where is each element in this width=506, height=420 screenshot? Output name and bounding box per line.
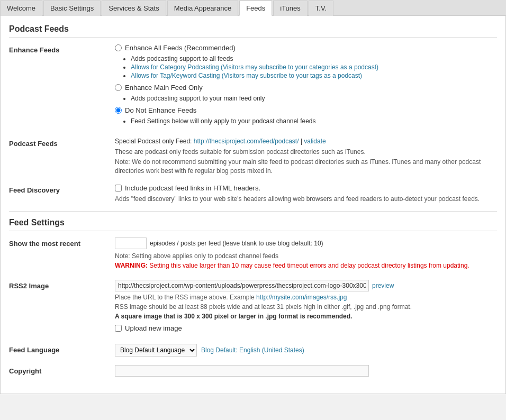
- main-content: Podcast Feeds Enhance Feeds Enhance All …: [0, 16, 506, 394]
- validate-link[interactable]: validate: [304, 138, 326, 145]
- most-recent-input[interactable]: [115, 238, 147, 249]
- enhance-all-bullets: Adds podcasting support to all feeds All…: [131, 55, 497, 79]
- feed-language-row: Feed Language Blog Default Language Engl…: [9, 344, 497, 357]
- most-recent-note: Note: Setting above applies only to podc…: [115, 252, 497, 260]
- bullet-item: Adds podcasting support to your main fee…: [131, 95, 497, 102]
- enhance-main-bullets: Adds podcasting support to your main fee…: [131, 95, 497, 102]
- tab-welcome[interactable]: Welcome: [0, 1, 42, 16]
- enhance-main-feed-option[interactable]: Enhance Main Feed Only: [115, 84, 497, 92]
- do-not-enhance-label: Do Not Enhance Feeds: [125, 106, 196, 114]
- tag-keyword-casting-link[interactable]: Allows for Tag/Keyword Casting (Visitors…: [131, 72, 362, 79]
- do-not-enhance-option[interactable]: Do Not Enhance Feeds: [115, 106, 497, 114]
- feed-discovery-label: Feed Discovery: [9, 184, 115, 194]
- enhance-main-radio[interactable]: [115, 84, 122, 91]
- enhance-feeds-label: Enhance Feeds: [9, 44, 115, 54]
- blog-default-lang-text: Blog Default: English (United States): [201, 346, 304, 354]
- tab-media-appearance[interactable]: Media Appearance: [167, 1, 238, 16]
- rss2-image-row: RSS2 Image preview Place the URL to the …: [9, 280, 497, 335]
- podcast-feed-url-link[interactable]: http://thecsiproject.com/feed/podcast/: [194, 138, 299, 145]
- most-recent-warning: WARNING: Setting this value larger than …: [115, 262, 497, 269]
- podcast-feeds-note: Note: We do not recommend submitting you…: [115, 158, 497, 176]
- feed-discovery-checkbox-option[interactable]: Include podcast feed links in HTML heade…: [115, 184, 497, 192]
- enhance-feeds-row: Enhance Feeds Enhance All Feeds (Recomme…: [9, 44, 497, 129]
- bullet-item: Feed Settings below will only apply to y…: [131, 117, 497, 125]
- enhance-main-label: Enhance Main Feed Only: [125, 84, 203, 92]
- tab-bar: Welcome Basic Settings Services & Stats …: [0, 0, 506, 16]
- podcast-feeds-section-title: Podcast Feeds: [9, 24, 497, 38]
- upload-new-image-row: Upload new image: [115, 324, 497, 332]
- rss2-image-content: preview Place the URL to the RSS image a…: [115, 280, 497, 335]
- copyright-content: [115, 365, 497, 377]
- rss2-image-url-input[interactable]: [115, 280, 369, 291]
- feed-language-content: Blog Default Language English Spanish Fr…: [115, 344, 497, 357]
- upload-image-checkbox-option[interactable]: Upload new image: [115, 324, 497, 332]
- most-recent-suffix: episodes / posts per feed (leave blank t…: [150, 240, 323, 247]
- do-not-enhance-radio[interactable]: [115, 107, 122, 114]
- podcast-feeds-row: Podcast Feeds Special Podcast only Feed:…: [9, 138, 497, 176]
- feed-discovery-checkbox[interactable]: [115, 185, 122, 191]
- show-most-recent-row: Show the most recent episodes / posts pe…: [9, 238, 497, 271]
- feed-language-label: Feed Language: [9, 344, 115, 354]
- tab-services-stats[interactable]: Services & Stats: [102, 1, 166, 16]
- rss2-image-label: RSS2 Image: [9, 280, 115, 290]
- show-most-recent-label: Show the most recent: [9, 238, 115, 248]
- bullet-item: Allows for Tag/Keyword Casting (Visitors…: [131, 72, 497, 79]
- podcast-feeds-desc1: These are podcast only feeds suitable fo…: [115, 148, 497, 156]
- copyright-label: Copyright: [9, 365, 115, 375]
- warning-label: WARNING:: [115, 262, 148, 269]
- tab-tv[interactable]: T.V.: [309, 1, 333, 16]
- copyright-input[interactable]: [115, 365, 369, 377]
- enhance-feeds-content: Enhance All Feeds (Recommended) Adds pod…: [115, 44, 497, 129]
- feed-discovery-content: Include podcast feed links in HTML heade…: [115, 184, 497, 203]
- tab-basic-settings[interactable]: Basic Settings: [43, 1, 101, 16]
- divider: [9, 211, 497, 212]
- podcast-feeds-content: Special Podcast only Feed: http://thecsi…: [115, 138, 497, 176]
- bullet-item: Adds podcasting support to all feeds: [131, 55, 497, 62]
- podcast-only-feed-text: Special Podcast only Feed: http://thecsi…: [115, 138, 497, 145]
- show-most-recent-content: episodes / posts per feed (leave blank t…: [115, 238, 497, 271]
- example-url-link[interactable]: http://mysite.com/images/rss.jpg: [256, 294, 347, 301]
- podcast-feeds-label: Podcast Feeds: [9, 138, 115, 148]
- copyright-row: Copyright: [9, 365, 497, 377]
- enhance-all-radio[interactable]: [115, 44, 122, 51]
- rss2-url-row: preview: [115, 280, 497, 291]
- feed-discovery-row: Feed Discovery Include podcast feed link…: [9, 184, 497, 203]
- feed-discovery-desc: Adds "feed discovery" links to your web …: [115, 195, 497, 203]
- feed-language-select-wrapper: Blog Default Language English Spanish Fr…: [115, 344, 497, 357]
- upload-image-checkbox[interactable]: [115, 325, 122, 332]
- enhance-all-label: Enhance All Feeds (Recommended): [125, 44, 236, 52]
- rss2-image-desc3: A square image that is 300 x 300 pixel o…: [115, 313, 497, 320]
- preview-link[interactable]: preview: [372, 282, 394, 289]
- enhance-all-feeds-option[interactable]: Enhance All Feeds (Recommended): [115, 44, 497, 52]
- category-podcasting-link[interactable]: Allows for Category Podcasting (Visitors…: [131, 63, 378, 71]
- rss2-image-desc2: RSS image should be at least 88 pixels w…: [115, 303, 497, 311]
- upload-image-label: Upload new image: [125, 324, 182, 332]
- tab-itunes[interactable]: iTunes: [273, 1, 308, 16]
- rss2-image-desc1: Place the URL to the RSS image above. Ex…: [115, 294, 497, 301]
- bullet-item: Allows for Category Podcasting (Visitors…: [131, 63, 497, 71]
- tab-feeds[interactable]: Feeds: [239, 1, 272, 16]
- feed-settings-section-title: Feed Settings: [9, 218, 497, 231]
- feed-language-select[interactable]: Blog Default Language English Spanish Fr…: [115, 344, 197, 357]
- feed-discovery-checkbox-label: Include podcast feed links in HTML heade…: [125, 184, 260, 192]
- do-not-enhance-bullets: Feed Settings below will only apply to y…: [131, 117, 497, 125]
- warning-text: Setting this value larger than 10 may ca…: [149, 262, 469, 269]
